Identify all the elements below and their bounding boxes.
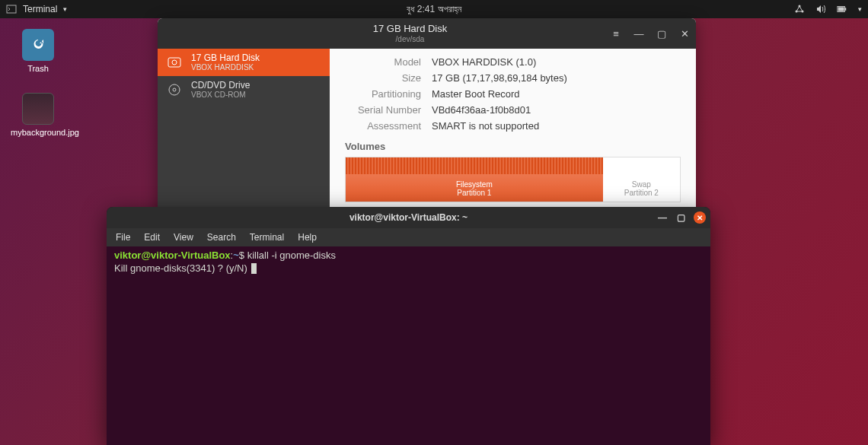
terminal-titlebar: viktor@viktor-VirtualBox: ~ — ▢ ✕	[107, 207, 710, 228]
volume-partition-1[interactable]: Filesystem Partition 1	[346, 157, 603, 202]
menu-file[interactable]: File	[116, 232, 130, 243]
terminal-line: viktor@viktor-VirtualBox:~$ killall -i g…	[114, 250, 703, 262]
terminal-window: viktor@viktor-VirtualBox: ~ — ▢ ✕ File E…	[107, 207, 710, 445]
maximize-button[interactable]: ▢	[675, 212, 686, 223]
volume-partition-2[interactable]: Swap Partition 2	[603, 157, 680, 202]
network-icon[interactable]	[794, 4, 805, 14]
volume-part-label: Partition 2	[624, 189, 659, 197]
volume-part-label: Partition 1	[457, 189, 491, 197]
disks-window: 17 GB Hard Disk /dev/sda ≡ — ▢ ✕ 17 GB H…	[158, 18, 696, 222]
volume-fs-label: Swap	[632, 180, 651, 189]
minimize-button[interactable]: —	[657, 212, 668, 223]
minimize-button[interactable]: —	[633, 28, 644, 40]
image-desktop-icon[interactable]: mybackground.jpg	[11, 93, 65, 137]
info-value-assessment: SMART is not supported	[432, 120, 539, 132]
top-panel: Terminal ▾ বুধ 2:41 অপরাহ্ন ▾	[0, 0, 868, 18]
menu-view[interactable]: View	[174, 232, 193, 243]
image-label: mybackground.jpg	[11, 128, 65, 137]
battery-icon[interactable]	[837, 4, 847, 14]
info-label-partitioning: Partitioning	[345, 88, 421, 100]
sidebar-item-harddisk[interactable]: 17 GB Hard Disk VBOX HARDDISK	[158, 49, 330, 76]
terminal-indicator-icon	[6, 4, 17, 14]
close-button[interactable]: ✕	[694, 211, 706, 224]
svg-rect-6	[838, 7, 844, 11]
maximize-button[interactable]: ▢	[656, 28, 667, 40]
info-label-model: Model	[345, 56, 421, 68]
svg-rect-7	[168, 58, 180, 67]
svg-rect-5	[845, 8, 847, 11]
active-app-name[interactable]: Terminal	[23, 4, 57, 14]
cd-icon	[165, 81, 183, 99]
volume-icon[interactable]	[815, 4, 826, 14]
cursor	[251, 263, 257, 274]
svg-rect-0	[7, 5, 16, 13]
close-button[interactable]: ✕	[679, 28, 690, 40]
volumes-heading: Volumes	[345, 141, 681, 152]
sidebar-item-cddvd[interactable]: CD/DVD Drive VBOX CD-ROM	[158, 76, 330, 103]
sidebar-item-sublabel: VBOX CD-ROM	[191, 91, 250, 99]
info-value-partitioning: Master Boot Record	[432, 88, 520, 100]
terminal-title: viktor@viktor-VirtualBox: ~	[349, 212, 468, 223]
image-thumbnail-icon	[22, 93, 54, 125]
trash-icon	[22, 29, 54, 61]
info-label-assessment: Assessment	[345, 120, 421, 132]
menu-help[interactable]: Help	[298, 232, 317, 243]
disks-titlebar: 17 GB Hard Disk /dev/sda ≡ — ▢ ✕	[158, 18, 696, 49]
info-value-size: 17 GB (17,17,98,69,184 bytes)	[432, 72, 567, 84]
menu-terminal[interactable]: Terminal	[250, 232, 284, 243]
sidebar-item-sublabel: VBOX HARDDISK	[191, 63, 260, 72]
terminal-command: killall -i gnome-disks	[244, 250, 336, 261]
disks-sidebar: 17 GB Hard Disk VBOX HARDDISK CD/DVD Dri…	[158, 49, 330, 222]
hamburger-icon[interactable]: ≡	[611, 28, 621, 40]
chevron-down-icon[interactable]: ▾	[63, 5, 67, 13]
terminal-menubar: File Edit View Search Terminal Help	[107, 228, 710, 246]
info-label-size: Size	[345, 72, 421, 84]
terminal-line: Kill gnome-disks(3341) ? (y/N)	[114, 262, 703, 275]
trash-label: Trash	[14, 64, 62, 73]
terminal-output: Kill gnome-disks(3341) ? (y/N)	[114, 262, 250, 274]
menu-edit[interactable]: Edit	[144, 232, 160, 243]
info-value-model: VBOX HARDDISK (1.0)	[432, 56, 536, 68]
volumes-bar: Filesystem Partition 1 Swap Partition 2	[345, 157, 681, 202]
clock[interactable]: বুধ 2:41 অপরাহ্ন	[407, 4, 461, 14]
disks-title: 17 GB Hard Disk	[209, 24, 611, 34]
terminal-body[interactable]: viktor@viktor-VirtualBox:~$ killall -i g…	[107, 246, 710, 278]
volume-fs-label: Filesystem	[456, 180, 493, 189]
harddisk-icon	[165, 53, 183, 72]
svg-point-9	[169, 84, 180, 95]
sidebar-item-label: CD/DVD Drive	[191, 81, 250, 91]
prompt-dollar: $	[239, 250, 244, 261]
chevron-down-icon[interactable]: ▾	[858, 5, 862, 13]
disks-main: ModelVBOX HARDDISK (1.0) Size17 GB (17,1…	[330, 49, 696, 222]
sidebar-item-label: 17 GB Hard Disk	[191, 53, 260, 63]
menu-search[interactable]: Search	[207, 232, 236, 243]
disks-subtitle: /dev/sda	[209, 35, 611, 43]
prompt-path: ~	[233, 250, 239, 261]
prompt-user: viktor@viktor-VirtualBox	[114, 250, 231, 261]
info-label-serial: Serial Number	[345, 104, 421, 116]
svg-point-10	[173, 88, 176, 91]
trash-desktop-icon[interactable]: Trash	[14, 29, 62, 73]
svg-point-8	[172, 60, 177, 65]
info-value-serial: VBd64f36aa-1f0b8d01	[432, 104, 531, 116]
